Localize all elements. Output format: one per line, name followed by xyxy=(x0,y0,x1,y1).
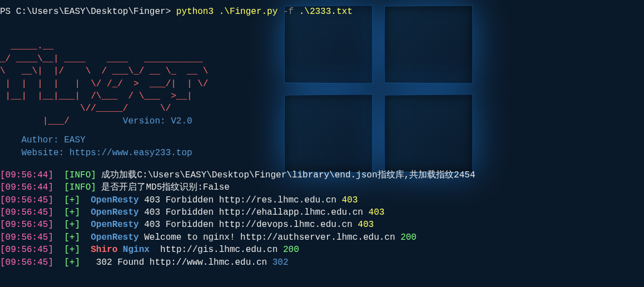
log-plus-tag: [+] xyxy=(64,258,80,268)
log-plus-tag: [+] xyxy=(64,207,80,217)
ascii-line-6: \//_____/ \/ xyxy=(0,102,208,115)
log-plus-tag: [+] xyxy=(64,220,80,230)
log-timestamp: [09:56:45] xyxy=(0,258,53,268)
log-engine: OpenResty xyxy=(91,195,138,205)
log-message: Welcome to nginx! http://authserver.lhmc… xyxy=(139,232,400,243)
author-text: Author: EASY xyxy=(21,135,85,145)
author-indent xyxy=(0,135,21,145)
command-python: python3 xyxy=(176,7,214,17)
ascii-line-3: \ __\| |/ \ / ___\_/ __ \_ __ \ xyxy=(0,65,208,77)
log-status-code: 403 xyxy=(369,207,385,217)
log-line: [09:56:45] [+] 302 Found http://www.lhmc… xyxy=(0,256,644,269)
log-message: 403 Forbidden http://devops.lhmc.edu.cn xyxy=(139,220,358,230)
command-flag: -f xyxy=(283,7,294,17)
log-line: [09:56:45] [+] OpenResty Welcome to ngin… xyxy=(0,231,644,244)
version-indent: |___/ xyxy=(0,116,123,126)
log-message: 403 Forbidden http://res.lhmc.edu.cn xyxy=(139,195,342,205)
log-plus-tag: [+] xyxy=(64,232,80,243)
version-line: |___/ Version: V2.0 xyxy=(0,115,208,127)
log-timestamp: [09:56:45] xyxy=(0,220,53,230)
log-engine: OpenResty xyxy=(91,207,138,217)
log-info-tag: [INFO] xyxy=(64,170,96,180)
log-status-code: 403 xyxy=(358,220,374,230)
log-engine: OpenResty xyxy=(91,220,138,230)
ascii-line-5: |__| |__|___| /\___ / \___ >__| xyxy=(0,90,208,102)
log-line: [09:56:45] [+] OpenResty 403 Forbidden h… xyxy=(0,194,644,206)
prompt-line: PS C:\Users\EASY\Desktop\Finger> python3… xyxy=(0,0,644,18)
meta-block: Author: EASY Website: https://www.easy23… xyxy=(0,134,644,159)
log-status-code: 200 xyxy=(283,245,299,255)
log-timestamp: [09:56:45] xyxy=(0,195,53,205)
log-status-code: 200 xyxy=(400,232,417,243)
prompt-path: C:\Users\EASY\Desktop\Finger> xyxy=(16,7,176,17)
ascii-line-1: _____.__ xyxy=(0,40,208,52)
log-line: [09:56:45] [+] Shiro Nginx http://gis.lh… xyxy=(0,244,644,256)
log-engine: OpenResty xyxy=(91,232,138,243)
log-info-tag: [INFO] xyxy=(64,182,96,192)
ascii-line-2: _/ ____\__| ____ ____ ___________ xyxy=(0,53,208,65)
command-arg2: .\2333.txt xyxy=(294,7,353,17)
log-message: 403 Forbidden http://ehallapp.lhmc.edu.c… xyxy=(139,207,369,217)
version-text: Version: V2.0 xyxy=(123,116,192,126)
website-line: Website: https://www.easy233.top xyxy=(0,147,644,159)
log-message: http://gis.lhmc.edu.cn xyxy=(150,245,283,255)
ascii-logo: _____.__ _/ ____\__| ____ ____ _________… xyxy=(0,40,208,127)
terminal-output[interactable]: PS C:\Users\EASY\Desktop\Finger> python3… xyxy=(0,0,644,269)
log-engine: Shiro xyxy=(91,245,117,255)
log-message: 是否开启了MD5指纹识别:False xyxy=(96,182,230,192)
log-timestamp: [09:56:45] xyxy=(0,245,53,255)
log-plus-tag: [+] xyxy=(64,195,80,205)
command-arg1: .\Finger.py xyxy=(214,7,283,17)
log-timestamp: [09:56:45] xyxy=(0,232,53,243)
website-url: https://www.easy233.top xyxy=(70,148,192,158)
log-timestamp: [09:56:44] xyxy=(0,182,53,192)
log-timestamp: [09:56:45] xyxy=(0,207,53,217)
website-label: Website: xyxy=(21,148,69,158)
log-line: [09:56:44] [INFO] 是否开启了MD5指纹识别:False xyxy=(0,181,644,194)
ascii-line-4: | | | | | \/ /_/ > ___/| | \/ xyxy=(0,78,208,90)
author-line: Author: EASY xyxy=(0,134,644,146)
website-indent xyxy=(0,148,21,158)
log-line: [09:56:45] [+] OpenResty 403 Forbidden h… xyxy=(0,206,644,219)
log-message: 成功加载C:\Users\EASY\Desktop\Finger\library… xyxy=(96,170,475,180)
log-status-code: 403 xyxy=(342,195,358,205)
log-timestamp: [09:56:44] xyxy=(0,170,53,180)
log-plus-tag: [+] xyxy=(64,245,80,255)
log-line: [09:56:45] [+] OpenResty 403 Forbidden h… xyxy=(0,219,644,231)
log-block: [09:56:44] [INFO] 成功加载C:\Users\EASY\Desk… xyxy=(0,169,644,269)
log-message: 302 Found http://www.lhmc.edu.cn xyxy=(80,258,273,268)
prompt-ps: PS xyxy=(0,7,16,17)
log-engine-2: Nginx xyxy=(123,245,150,255)
log-line: [09:56:44] [INFO] 成功加载C:\Users\EASY\Desk… xyxy=(0,169,644,181)
log-status-code: 302 xyxy=(273,258,289,268)
